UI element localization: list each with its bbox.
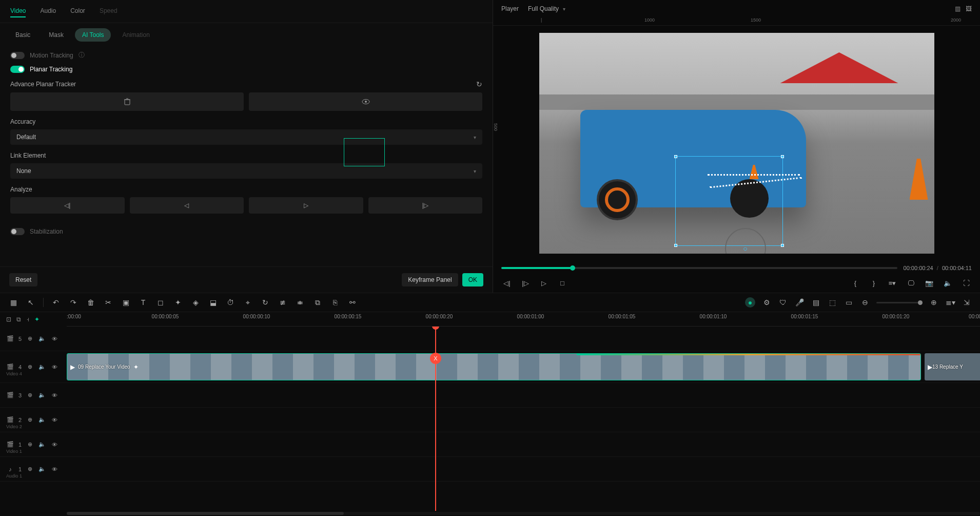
player-quality-select[interactable]: Full Quality ▾ xyxy=(528,5,565,12)
info-icon[interactable]: ⓘ xyxy=(79,51,85,60)
pointer-icon[interactable]: ↖ xyxy=(26,297,36,308)
zoom-in-icon[interactable]: ⊕ xyxy=(929,297,939,308)
subtab-ai-tools[interactable]: AI Tools xyxy=(75,28,111,42)
delete-tracker-button[interactable] xyxy=(10,92,244,111)
mixer-icon[interactable]: ▤ xyxy=(811,297,821,308)
link-element-select[interactable]: None ▾ xyxy=(10,163,482,179)
audio-tool-icon[interactable]: ↻ xyxy=(260,297,270,308)
scrollbar-thumb[interactable] xyxy=(67,512,344,515)
adjust-icon[interactable]: ≢ xyxy=(278,297,288,308)
marker-icon[interactable]: ▭ xyxy=(844,297,854,308)
subtab-mask[interactable]: Mask xyxy=(42,28,71,42)
player-scrubber[interactable] xyxy=(501,267,897,269)
ok-button[interactable]: OK xyxy=(462,273,483,286)
tab-audio[interactable]: Audio xyxy=(40,5,56,17)
analyze-forward-button[interactable]: ▷ xyxy=(249,197,363,214)
snap-icon[interactable]: ✦ xyxy=(34,316,40,323)
video-clip[interactable]: ▶ 13 Replace Y xyxy=(925,353,980,380)
speed-icon[interactable]: ⬓ xyxy=(208,297,218,308)
track-options-icon[interactable]: ⊡ xyxy=(6,316,11,323)
tracker-preview-box[interactable] xyxy=(344,138,385,166)
playback-menu-icon[interactable]: ≡▾ xyxy=(887,277,898,289)
reset-button[interactable]: Reset xyxy=(9,273,37,286)
resize-icon[interactable]: ⇲ xyxy=(962,297,972,308)
detach-icon[interactable]: ⎘ xyxy=(330,297,340,308)
snapshot-icon[interactable]: 📷 xyxy=(924,277,935,289)
audio-icon[interactable]: 🔈 xyxy=(942,277,953,289)
accuracy-select[interactable]: Default ▾ xyxy=(10,129,482,145)
picture-icon[interactable]: 🖼 xyxy=(966,5,972,12)
video-track-icon[interactable]: 🎬 xyxy=(6,416,14,423)
time-ruler[interactable]: :00:00 00:00:00:05 00:00:00:10 00:00:00:… xyxy=(67,312,980,327)
mark-out-button[interactable]: } xyxy=(868,277,879,289)
new-track-icon[interactable]: ⊕ xyxy=(26,441,34,448)
visibility-icon[interactable]: 👁 xyxy=(50,442,58,448)
mark-in-button[interactable]: { xyxy=(850,277,861,289)
reset-tracker-icon[interactable]: ↻ xyxy=(476,80,482,88)
display-icon[interactable]: 🖵 xyxy=(905,277,916,289)
crop-icon[interactable]: ▣ xyxy=(121,297,131,308)
nest-icon[interactable]: ⩨ xyxy=(295,297,305,308)
delete-icon[interactable]: 🗑 xyxy=(86,297,96,308)
track-rect[interactable] xyxy=(675,156,783,246)
stop-button[interactable]: □ xyxy=(557,277,568,289)
play-button[interactable]: ▷ xyxy=(538,277,550,289)
visibility-icon[interactable]: 👁 xyxy=(50,466,58,472)
gear-icon[interactable]: ⚙ xyxy=(761,297,772,308)
redo-icon[interactable]: ↷ xyxy=(68,297,79,308)
mask-tool-icon[interactable]: ◻ xyxy=(155,297,166,308)
new-track-icon[interactable]: ⊕ xyxy=(26,364,34,370)
visibility-icon[interactable]: 👁 xyxy=(50,417,58,423)
mute-track-icon[interactable]: 🔈 xyxy=(38,441,46,448)
mic-icon[interactable]: 🎤 xyxy=(794,297,805,308)
playhead[interactable]: X xyxy=(435,327,436,511)
mute-track-icon[interactable]: 🔈 xyxy=(38,416,46,423)
keyframe-icon[interactable]: ◈ xyxy=(190,297,201,308)
next-frame-button[interactable]: |▷ xyxy=(520,277,531,289)
stabilization-toggle[interactable] xyxy=(10,228,25,235)
preview-viewport[interactable]: 500 xyxy=(493,26,980,261)
video-track-icon[interactable]: 🎬 xyxy=(6,364,14,370)
new-track-icon[interactable]: ⊕ xyxy=(26,335,34,342)
zoom-slider[interactable] xyxy=(876,302,923,303)
analyze-step-forward-button[interactable]: |▷ xyxy=(368,197,483,214)
mute-track-icon[interactable]: 🔈 xyxy=(38,392,46,398)
compare-view-icon[interactable]: ▥ xyxy=(955,5,961,12)
analyze-reverse-button[interactable]: ◁ xyxy=(130,197,244,214)
audio-track-icon[interactable]: ♪ xyxy=(6,466,14,472)
new-track-icon[interactable]: ⊕ xyxy=(26,466,34,472)
visibility-icon[interactable]: 👁 xyxy=(50,392,58,398)
zoom-out-icon[interactable]: ⊖ xyxy=(860,297,870,308)
scrollbar-track[interactable] xyxy=(67,512,980,515)
motion-tracking-toggle[interactable] xyxy=(10,52,25,59)
new-track-icon[interactable]: ⊕ xyxy=(26,416,34,423)
undo-icon[interactable]: ↶ xyxy=(51,297,61,308)
mute-track-icon[interactable]: 🔈 xyxy=(38,364,46,370)
effects-icon[interactable]: ✦ xyxy=(173,297,183,308)
visibility-icon[interactable]: 👁 xyxy=(50,336,58,342)
planar-tracking-toggle[interactable] xyxy=(10,66,25,73)
video-track-icon[interactable]: 🎬 xyxy=(6,441,14,448)
track-lock-icon[interactable]: ⧉ xyxy=(16,316,21,323)
magnet-icon[interactable]: ⫞ xyxy=(26,316,29,323)
new-track-icon[interactable]: ⊕ xyxy=(26,392,34,398)
tab-color[interactable]: Color xyxy=(70,5,85,17)
text-icon[interactable]: T xyxy=(138,297,148,308)
mute-track-icon[interactable]: 🔈 xyxy=(38,335,46,342)
video-clip[interactable]: ▶ 09 Replace Your Video ✦ xyxy=(67,353,921,380)
grid-icon[interactable]: ▦ xyxy=(8,297,18,308)
fullscreen-icon[interactable]: ⛶ xyxy=(961,277,972,289)
enhance-icon[interactable]: ● xyxy=(745,297,755,308)
link-icon[interactable]: ⚯ xyxy=(347,297,358,308)
preview-tracker-button[interactable] xyxy=(249,92,482,111)
group-icon[interactable]: ⧉ xyxy=(312,297,323,308)
render-icon[interactable]: ⬚ xyxy=(827,297,837,308)
tab-video[interactable]: Video xyxy=(10,5,26,17)
keyframe-panel-button[interactable]: Keyframe Panel xyxy=(402,273,458,286)
timer-icon[interactable]: ⏱ xyxy=(225,297,236,308)
prev-frame-button[interactable]: ◁| xyxy=(501,277,513,289)
list-icon[interactable]: ≣▾ xyxy=(945,297,955,308)
video-track-icon[interactable]: 🎬 xyxy=(6,335,14,342)
subtab-basic[interactable]: Basic xyxy=(8,28,37,42)
split-icon[interactable]: ✂ xyxy=(103,297,113,308)
